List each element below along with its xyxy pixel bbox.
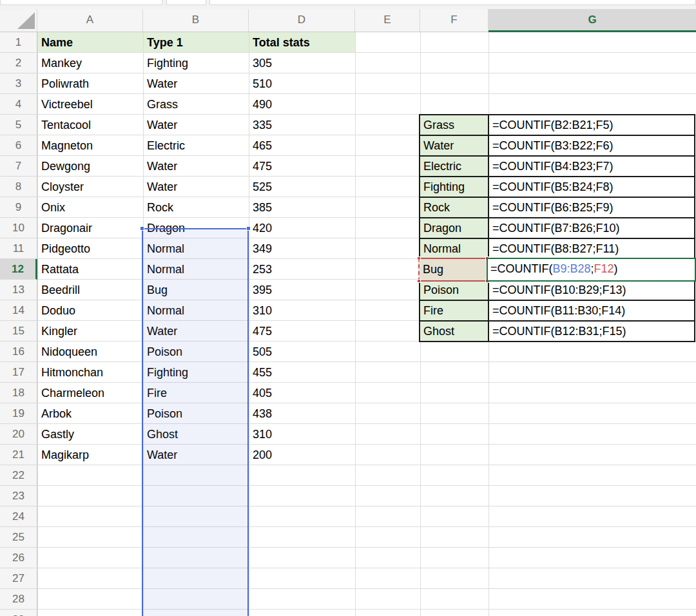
row-header-12[interactable]: 12: [0, 259, 37, 280]
name-box[interactable]: [0, 0, 162, 5]
row-header-9[interactable]: 9: [0, 197, 37, 218]
formula-cell-G7[interactable]: =COUNTIF(B4:B23;F7): [488, 155, 695, 177]
cell-F5[interactable]: Grass: [419, 114, 489, 136]
selection-handle-top-right[interactable]: [246, 226, 251, 231]
cell-D11[interactable]: 349: [249, 238, 355, 259]
formula-cell-G11[interactable]: =COUNTIF(B8:B27;F11): [488, 238, 695, 260]
formula-cell-G5[interactable]: =COUNTIF(B2:B21;F5): [488, 114, 695, 136]
cell-D2[interactable]: 305: [249, 53, 355, 73]
cell-D7[interactable]: 475: [249, 156, 355, 177]
row-header-26[interactable]: 26: [0, 548, 37, 568]
cell-B8[interactable]: Water: [143, 177, 249, 197]
col-header-G[interactable]: G: [488, 9, 696, 32]
row-header-25[interactable]: 25: [0, 527, 37, 548]
formula-cell-G10[interactable]: =COUNTIF(B7:B26;F10): [488, 217, 695, 239]
row-header-10[interactable]: 10: [0, 218, 37, 238]
formula-cell-G6[interactable]: =COUNTIF(B3:B22;F6): [488, 135, 695, 157]
row-header-17[interactable]: 17: [0, 362, 37, 383]
cell-D13[interactable]: 395: [249, 280, 355, 300]
row-header-16[interactable]: 16: [0, 342, 37, 362]
selection-overlay[interactable]: [142, 228, 249, 616]
cell-A19[interactable]: Arbok: [37, 403, 143, 424]
cell-B6[interactable]: Electric: [143, 135, 249, 156]
row-header-22[interactable]: 22: [0, 465, 37, 486]
cell-A6[interactable]: Magneton: [37, 135, 143, 156]
sheet-grid[interactable]: Bug =COUNTIF(B9:B28;F12) 123456789101112…: [0, 32, 696, 616]
cell-B3[interactable]: Water: [143, 73, 249, 94]
col-header-E[interactable]: E: [355, 9, 420, 32]
cell-A17[interactable]: Hitmonchan: [37, 362, 143, 383]
row-header-23[interactable]: 23: [0, 486, 37, 506]
cell-D9[interactable]: 385: [249, 197, 355, 218]
row-header-14[interactable]: 14: [0, 300, 37, 321]
cell-D4[interactable]: 490: [249, 94, 355, 115]
row-header-13[interactable]: 13: [0, 280, 37, 300]
cell-D17[interactable]: 455: [249, 362, 355, 383]
cell-A11[interactable]: Pidgeotto: [37, 238, 143, 259]
cell-F8[interactable]: Fighting: [419, 176, 489, 198]
cell-A16[interactable]: Nidoqueen: [37, 342, 143, 362]
row-header-19[interactable]: 19: [0, 403, 37, 424]
col-header-B[interactable]: B: [143, 9, 249, 32]
cell-B1[interactable]: Type 1: [143, 32, 249, 53]
cell-B4[interactable]: Grass: [143, 94, 249, 115]
cell-A13[interactable]: Beedrill: [37, 280, 143, 300]
formula-cell-G9[interactable]: =COUNTIF(B6:B25;F9): [488, 197, 695, 218]
criteria-handle-bottom-left[interactable]: [417, 279, 421, 283]
cell-A2[interactable]: Mankey: [37, 53, 143, 73]
cell-D10[interactable]: 420: [249, 218, 355, 238]
cell-D14[interactable]: 310: [249, 300, 355, 321]
cell-D6[interactable]: 465: [249, 135, 355, 156]
cell-A20[interactable]: Gastly: [37, 424, 143, 445]
select-all-corner[interactable]: [0, 9, 37, 32]
row-header-11[interactable]: 11: [0, 238, 37, 259]
cell-D12[interactable]: 253: [249, 259, 355, 280]
cell-F7[interactable]: Electric: [419, 155, 489, 177]
cell-A7[interactable]: Dewgong: [37, 156, 143, 177]
cell-D18[interactable]: 405: [249, 383, 355, 403]
cell-B7[interactable]: Water: [143, 156, 249, 177]
row-header-6[interactable]: 6: [0, 135, 37, 156]
cell-D3[interactable]: 510: [249, 73, 355, 94]
insert-function-button[interactable]: [166, 0, 206, 5]
row-header-1[interactable]: 1: [0, 32, 37, 53]
cell-A12[interactable]: Rattata: [37, 259, 143, 280]
formula-cell-G8[interactable]: =COUNTIF(B5:B24;F8): [488, 176, 695, 198]
cell-D19[interactable]: 438: [249, 403, 355, 424]
cell-A15[interactable]: Kingler: [37, 321, 143, 342]
col-header-D[interactable]: D: [249, 9, 355, 32]
cell-F14[interactable]: Fire: [419, 300, 489, 322]
row-header-3[interactable]: 3: [0, 73, 37, 94]
cell-D21[interactable]: 200: [249, 445, 355, 465]
criteria-cell-F12[interactable]: Bug: [418, 258, 488, 282]
row-header-18[interactable]: 18: [0, 383, 37, 403]
cell-F15[interactable]: Ghost: [419, 320, 489, 342]
active-cell-editor-G12[interactable]: =COUNTIF(B9:B28;F12): [487, 258, 696, 282]
cell-B2[interactable]: Fighting: [143, 53, 249, 73]
formula-cell-G13[interactable]: =COUNTIF(B10:B29;F13): [488, 279, 695, 301]
row-header-2[interactable]: 2: [0, 53, 37, 73]
cell-B9[interactable]: Rock: [143, 197, 249, 218]
cell-A1[interactable]: Name: [37, 32, 143, 53]
row-header-20[interactable]: 20: [0, 424, 37, 445]
cell-A3[interactable]: Poliwrath: [37, 73, 143, 94]
row-header-29[interactable]: 29: [0, 610, 37, 616]
cell-A4[interactable]: Victreebel: [37, 94, 143, 115]
cell-A9[interactable]: Onix: [37, 197, 143, 218]
cell-A8[interactable]: Cloyster: [37, 177, 143, 197]
cell-F6[interactable]: Water: [419, 135, 489, 157]
cell-F13[interactable]: Poison: [419, 279, 489, 301]
cell-A21[interactable]: Magikarp: [37, 445, 143, 465]
formula-input[interactable]: [209, 0, 696, 5]
cell-D5[interactable]: 335: [249, 115, 355, 135]
cell-F11[interactable]: Normal: [419, 238, 489, 260]
selection-handle-top-left[interactable]: [140, 226, 144, 231]
row-header-28[interactable]: 28: [0, 589, 37, 610]
cell-D15[interactable]: 475: [249, 321, 355, 342]
col-header-A[interactable]: A: [37, 9, 143, 32]
row-header-21[interactable]: 21: [0, 445, 37, 465]
col-header-F[interactable]: F: [420, 9, 488, 32]
cell-D1[interactable]: Total stats: [249, 32, 355, 53]
row-header-4[interactable]: 4: [0, 94, 37, 115]
cell-D20[interactable]: 310: [249, 424, 355, 445]
